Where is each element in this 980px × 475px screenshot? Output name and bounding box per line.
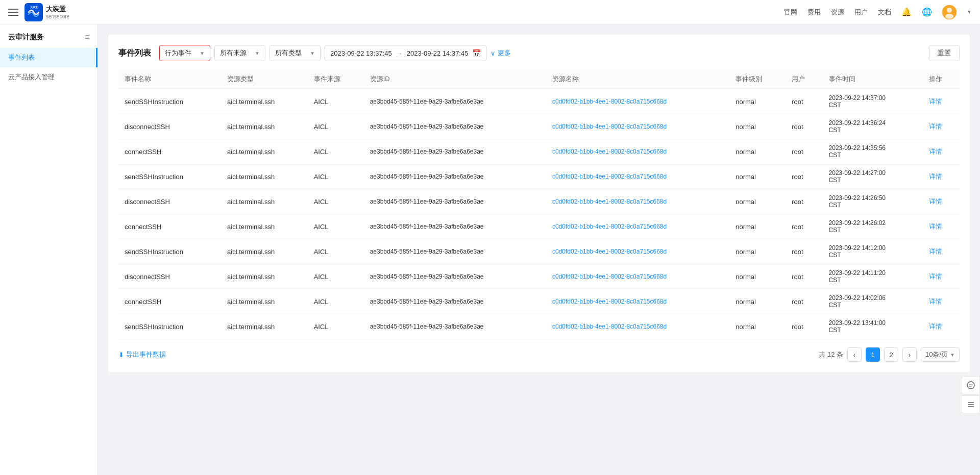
event-type-chevron: ▼ <box>200 51 205 56</box>
logo-svg: 大装置 <box>24 3 43 21</box>
col-user: 用户 <box>786 69 822 89</box>
cell-event-time: 2023-09-22 14:26:02CST <box>823 214 923 239</box>
table-row: disconnectSSH aicl.terminal.ssh AICL ae3… <box>118 189 960 214</box>
cell-action[interactable]: 详情 <box>923 164 960 189</box>
date-start: 2023-09-22 13:37:45 <box>330 49 392 57</box>
cell-resource-name[interactable]: c0d0fd02-b1bb-4ee1-8002-8c0a715c668d <box>546 214 729 239</box>
cell-resource-name[interactable]: c0d0fd02-b1bb-4ee1-8002-8c0a715c668d <box>546 264 729 289</box>
cell-action[interactable]: 详情 <box>923 139 960 164</box>
main-content: 事件列表 行为事件 ▼ 所有来源 ▼ 所有类型 ▼ 2023-09-22 13:… <box>98 24 980 475</box>
bell-icon[interactable]: 🔔 <box>901 7 912 17</box>
date-arrow: → <box>396 49 403 57</box>
next-page-button[interactable]: › <box>902 347 917 362</box>
more-filters-link[interactable]: ∨ 更多 <box>491 48 511 58</box>
cell-action[interactable]: 详情 <box>923 314 960 339</box>
source-select[interactable]: 所有来源 ▼ <box>214 45 265 61</box>
cell-resource-name[interactable]: c0d0fd02-b1bb-4ee1-8002-8c0a715c668d <box>546 289 729 314</box>
cell-action[interactable]: 详情 <box>923 239 960 264</box>
sidebar-header: 云审计服务 ≡ <box>0 33 97 48</box>
cell-event-time: 2023-09-22 14:12:00CST <box>823 239 923 264</box>
col-event-name: 事件名称 <box>118 69 221 89</box>
col-event-source: 事件来源 <box>308 69 364 89</box>
cell-event-name: disconnectSSH <box>118 114 221 139</box>
col-resource-type: 资源类型 <box>221 69 308 89</box>
cell-action[interactable]: 详情 <box>923 289 960 314</box>
cell-resource-name[interactable]: c0d0fd02-b1bb-4ee1-8002-8c0a715c668d <box>546 139 729 164</box>
cell-event-source: AICL <box>308 214 364 239</box>
cell-event-time: 2023-09-22 14:37:00CST <box>823 89 923 114</box>
table-row: connectSSH aicl.terminal.ssh AICL ae3bbd… <box>118 214 960 239</box>
cell-user: root <box>786 264 822 289</box>
cell-action[interactable]: 详情 <box>923 114 960 139</box>
cell-event-name: connectSSH <box>118 214 221 239</box>
page-1-button[interactable]: 1 <box>866 347 880 362</box>
prev-page-button[interactable]: ‹ <box>847 347 862 362</box>
globe-icon[interactable]: 🌐 <box>922 7 932 17</box>
nav-link-yonghu[interactable]: 用户 <box>854 8 868 17</box>
cell-resource-id: ae3bbd45-585f-11ee-9a29-3afbe6a6e3ae <box>364 114 546 139</box>
user-dropdown-icon[interactable]: ▼ <box>967 9 972 15</box>
reset-button[interactable]: 重置 <box>929 45 960 61</box>
calendar-icon: 📅 <box>472 49 481 57</box>
table-footer: ⬇ 导出事件数据 共 12 条 ‹ 1 2 › 10条/页 ▼ <box>118 347 960 362</box>
cell-resource-id: ae3bbd45-585f-11ee-9a29-3afbe6a6e3ae <box>364 89 546 114</box>
cell-resource-id: ae3bbd45-585f-11ee-9a29-3afbe6a6e3ae <box>364 164 546 189</box>
cell-event-name: connectSSH <box>118 289 221 314</box>
sidebar-toggle-icon[interactable]: ≡ <box>85 33 89 42</box>
cell-resource-name[interactable]: c0d0fd02-b1bb-4ee1-8002-8c0a715c668d <box>546 239 729 264</box>
sidebar: 云审计服务 ≡ 事件列表 云产品接入管理 <box>0 24 98 475</box>
cell-resource-type: aicl.terminal.ssh <box>221 289 308 314</box>
date-range-picker[interactable]: 2023-09-22 13:37:45 → 2023-09-22 14:37:4… <box>325 45 486 61</box>
type-select[interactable]: 所有类型 ▼ <box>270 45 321 61</box>
cell-resource-name[interactable]: c0d0fd02-b1bb-4ee1-8002-8c0a715c668d <box>546 189 729 214</box>
col-resource-name: 资源名称 <box>546 69 729 89</box>
cell-user: root <box>786 114 822 139</box>
cell-resource-type: aicl.terminal.ssh <box>221 114 308 139</box>
page-size-select[interactable]: 10条/页 ▼ <box>921 347 960 362</box>
col-event-level: 事件级别 <box>729 69 786 89</box>
cell-event-time: 2023-09-22 14:26:50CST <box>823 189 923 214</box>
float-chat-button[interactable] <box>962 376 980 394</box>
user-avatar[interactable] <box>942 5 957 19</box>
cell-resource-name[interactable]: c0d0fd02-b1bb-4ee1-8002-8c0a715c668d <box>546 164 729 189</box>
cell-event-time: 2023-09-22 14:35:56CST <box>823 139 923 164</box>
cell-action[interactable]: 详情 <box>923 89 960 114</box>
export-label: 导出事件数据 <box>126 350 166 359</box>
cell-user: root <box>786 89 822 114</box>
export-button[interactable]: ⬇ 导出事件数据 <box>118 350 166 359</box>
cell-event-name: sendSSHInstruction <box>118 314 221 339</box>
top-nav-right: 官网 费用 资源 用户 文档 🔔 🌐 ▼ <box>784 5 972 19</box>
table-row: disconnectSSH aicl.terminal.ssh AICL ae3… <box>118 114 960 139</box>
cell-action[interactable]: 详情 <box>923 264 960 289</box>
layout: 云审计服务 ≡ 事件列表 云产品接入管理 事件列表 行为事件 ▼ 所有来源 ▼ … <box>0 24 980 475</box>
sidebar-item-event-list[interactable]: 事件列表 <box>0 48 97 67</box>
cell-action[interactable]: 详情 <box>923 214 960 239</box>
cell-resource-name[interactable]: c0d0fd02-b1bb-4ee1-8002-8c0a715c668d <box>546 314 729 339</box>
cell-user: root <box>786 314 822 339</box>
float-menu-button[interactable] <box>962 395 980 414</box>
svg-point-3 <box>947 8 952 13</box>
cell-resource-name[interactable]: c0d0fd02-b1bb-4ee1-8002-8c0a715c668d <box>546 114 729 139</box>
table-row: disconnectSSH aicl.terminal.ssh AICL ae3… <box>118 264 960 289</box>
source-chevron: ▼ <box>255 51 260 56</box>
cell-resource-id: ae3bbd45-585f-11ee-9a29-3afbe6a6e3ae <box>364 314 546 339</box>
cell-resource-name[interactable]: c0d0fd02-b1bb-4ee1-8002-8c0a715c668d <box>546 89 729 114</box>
cell-event-source: AICL <box>308 89 364 114</box>
cell-event-level: normal <box>729 214 786 239</box>
nav-link-ziyuan[interactable]: 资源 <box>831 8 844 17</box>
cell-event-time: 2023-09-22 14:27:00CST <box>823 164 923 189</box>
table-row: sendSSHInstruction aicl.terminal.ssh AIC… <box>118 164 960 189</box>
nav-link-wendang[interactable]: 文档 <box>878 8 891 17</box>
nav-link-guanwang[interactable]: 官网 <box>784 8 797 17</box>
cell-resource-id: ae3bbd45-585f-11ee-9a29-3afbe6a6e3ae <box>364 214 546 239</box>
cell-user: root <box>786 164 822 189</box>
table-row: connectSSH aicl.terminal.ssh AICL ae3bbd… <box>118 139 960 164</box>
page-2-button[interactable]: 2 <box>884 347 898 362</box>
hamburger-icon[interactable] <box>8 9 18 16</box>
cell-action[interactable]: 详情 <box>923 189 960 214</box>
cell-event-level: normal <box>729 164 786 189</box>
nav-link-feiyong[interactable]: 费用 <box>807 8 821 17</box>
chevron-down-icon: ∨ <box>491 49 496 57</box>
event-type-select[interactable]: 行为事件 ▼ <box>159 45 210 61</box>
sidebar-item-cloud-product[interactable]: 云产品接入管理 <box>0 67 97 87</box>
